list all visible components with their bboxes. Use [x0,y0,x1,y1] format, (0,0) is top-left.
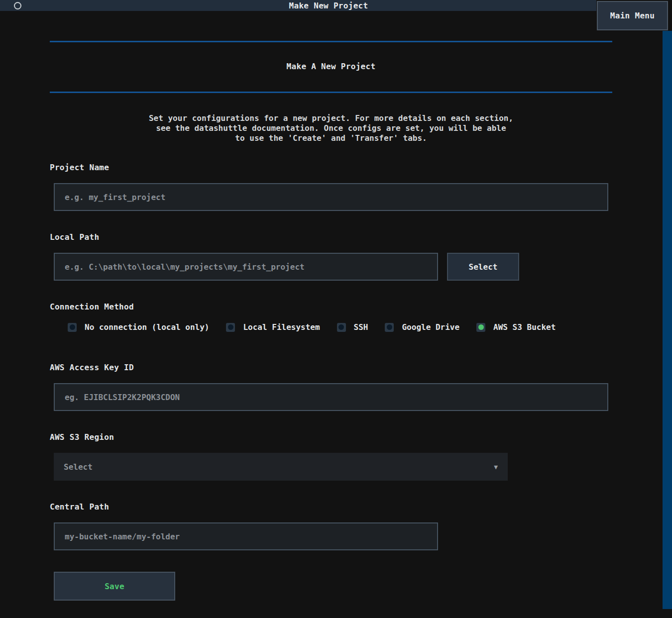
project-name-label: Project Name [50,163,612,172]
radio-no-connection[interactable]: No connection (local only) [68,322,209,332]
radio-google-drive[interactable]: Google Drive [385,322,459,332]
description-line: Set your configurations for a new projec… [50,113,612,123]
connection-method-label: Connection Method [50,302,612,311]
description-line: see the datashuttle documentation. Once … [50,123,612,133]
main-menu-button-label: Main Menu [610,11,655,20]
project-name-input[interactable] [54,183,608,211]
aws-access-key-input[interactable] [54,383,608,411]
local-path-field: Local Path Select [50,232,612,281]
radio-button-icon [476,323,485,332]
window-title: Make New Project [0,1,657,10]
aws-s3-region-field: AWS S3 Region Select ▼ [50,432,612,481]
page-title: Make A New Project [50,42,612,92]
save-button-label: Save [105,582,124,591]
radio-aws-s3-bucket[interactable]: AWS S3 Bucket [476,322,556,332]
central-path-input[interactable] [54,522,438,550]
radio-local-filesystem[interactable]: Local Filesystem [226,322,320,332]
radio-button-icon [385,323,394,332]
vertical-scrollbar[interactable] [663,31,672,609]
radio-button-icon [226,323,235,332]
aws-access-key-label: AWS Access Key ID [50,363,612,372]
radio-button-icon [68,323,77,332]
radio-button-icon [337,323,346,332]
connection-method-radio-set: No connection (local only) Local Filesys… [68,322,612,332]
radio-ssh[interactable]: SSH [337,322,368,332]
main-menu-button[interactable]: Main Menu [597,1,668,30]
central-path-field: Central Path [50,502,612,550]
header-rule-bottom [50,92,612,93]
aws-s3-region-select[interactable]: Select ▼ [54,453,508,481]
aws-s3-region-label: AWS S3 Region [50,432,612,442]
aws-s3-region-selected-value: Select [64,462,93,472]
local-path-select-button-label: Select [469,262,498,272]
local-path-select-button[interactable]: Select [447,253,519,281]
connection-method-field: Connection Method No connection (local o… [50,302,612,332]
chevron-down-icon: ▼ [494,463,498,471]
aws-access-key-field: AWS Access Key ID [50,363,612,411]
local-path-label: Local Path [50,232,612,242]
central-path-label: Central Path [50,502,612,512]
description-line: to use the 'Create' and 'Transfer' tabs. [50,133,612,143]
make-new-project-panel: Make A New Project Set your configuratio… [50,41,612,601]
page-description: Set your configurations for a new projec… [50,113,612,143]
local-path-input[interactable] [54,253,438,281]
project-name-field: Project Name [50,163,612,211]
save-button[interactable]: Save [54,572,175,601]
